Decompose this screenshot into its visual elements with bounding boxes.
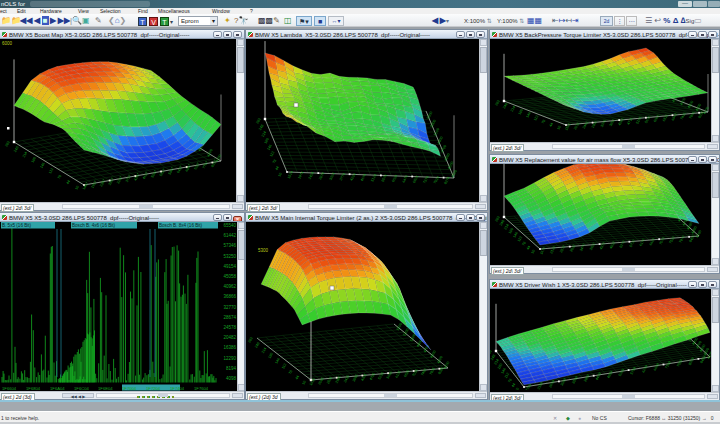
svg-text:44: 44 (66, 180, 71, 185)
svg-text:Bosch B. 8x4 (16 Bit): Bosch B. 8x4 (16 Bit) (159, 223, 203, 228)
svg-text:112: 112 (504, 372, 510, 379)
svg-text:5722: 5722 (629, 239, 636, 248)
svg-text:7972: 7972 (678, 235, 685, 244)
svg-text:4100: 4100 (443, 361, 450, 370)
svg-text:1F7004: 1F7004 (122, 386, 137, 391)
svg-text:4100: 4100 (695, 230, 702, 239)
svg-text:3022: 3022 (569, 244, 576, 253)
svg-text:6061: 6061 (653, 114, 660, 123)
svg-text:78: 78 (288, 370, 293, 375)
svg-text:10: 10 (277, 172, 282, 177)
svg-text:3287: 3287 (116, 176, 123, 185)
svg-text:248: 248 (13, 146, 19, 153)
svg-text:4300: 4300 (436, 355, 443, 364)
svg-text:4100: 4100 (702, 106, 709, 115)
svg-text:282: 282 (255, 117, 261, 124)
svg-text:44: 44 (275, 165, 280, 170)
svg-text:7035: 7035 (412, 368, 419, 377)
svg-text:1937: 1937 (90, 180, 97, 189)
svg-text:3361: 3361 (600, 119, 607, 128)
svg-text:214: 214 (22, 151, 28, 158)
svg-text:7861: 7861 (688, 111, 695, 120)
svg-text:248: 248 (254, 341, 260, 348)
svg-text:3885: 3885 (352, 374, 359, 383)
svg-text:6961: 6961 (671, 112, 678, 121)
svg-text:4372: 4372 (599, 241, 606, 250)
svg-text:78: 78 (272, 159, 277, 164)
svg-text:1F6E04: 1F6E04 (98, 386, 113, 391)
svg-text:44: 44 (295, 375, 300, 380)
svg-text:7522: 7522 (668, 236, 675, 245)
svg-text:6887: 6887 (185, 164, 192, 173)
svg-text:1672: 1672 (539, 246, 546, 255)
svg-text:4500: 4500 (444, 153, 451, 162)
svg-text:5272: 5272 (619, 240, 626, 249)
svg-text:3472: 3472 (579, 243, 586, 252)
svg-text:248: 248 (502, 102, 508, 109)
svg-text:1635: 1635 (309, 377, 316, 386)
svg-text:3435: 3435 (343, 374, 350, 383)
svg-text:248: 248 (258, 124, 264, 131)
svg-text:282: 282 (4, 140, 10, 147)
svg-text:78: 78 (57, 174, 62, 179)
svg-text:282: 282 (247, 336, 253, 343)
svg-text:5611: 5611 (644, 115, 651, 124)
svg-text:1F7204: 1F7204 (146, 386, 161, 391)
svg-text:5100: 5100 (433, 127, 440, 136)
svg-text:Bosch B. 4x6 (16 Bit): Bosch B. 4x6 (16 Bit) (72, 223, 116, 228)
svg-text:78: 78 (541, 119, 546, 124)
svg-text:2911: 2911 (591, 120, 598, 129)
svg-text:5537: 5537 (159, 168, 166, 177)
svg-text:4335: 4335 (360, 373, 367, 382)
svg-text:146: 146 (266, 144, 272, 151)
svg-text:10: 10 (556, 125, 561, 130)
svg-text:2159: 2159 (537, 381, 544, 390)
svg-text:1F7404: 1F7404 (170, 386, 185, 391)
svg-text:5300: 5300 (402, 328, 409, 337)
svg-text:2837: 2837 (108, 177, 115, 186)
svg-text:2387: 2387 (99, 179, 106, 188)
svg-text:10: 10 (530, 249, 535, 254)
svg-text:7337: 7337 (193, 162, 200, 171)
svg-text:8422: 8422 (688, 234, 695, 243)
svg-text:4900: 4900 (437, 136, 444, 145)
svg-text:6135: 6135 (395, 370, 402, 379)
svg-text:146: 146 (525, 111, 531, 118)
svg-text:112: 112 (533, 115, 539, 122)
svg-text:7485: 7485 (420, 368, 427, 377)
svg-text:6437: 6437 (176, 165, 183, 174)
svg-text:112: 112 (269, 151, 275, 158)
svg-text:214: 214 (261, 130, 267, 137)
svg-text:2535: 2535 (326, 376, 333, 385)
svg-text:4822: 4822 (609, 241, 616, 250)
svg-text:6511: 6511 (662, 114, 669, 123)
svg-text:5987: 5987 (168, 167, 175, 176)
svg-text:4300: 4300 (447, 161, 454, 170)
svg-text:1F6C04: 1F6C04 (74, 386, 90, 391)
svg-text:78: 78 (521, 241, 526, 246)
svg-text:6000: 6000 (2, 41, 13, 46)
svg-text:3811: 3811 (609, 118, 616, 127)
svg-text:1F6A04: 1F6A04 (50, 386, 65, 391)
svg-text:112: 112 (281, 363, 287, 370)
svg-text:282: 282 (494, 99, 500, 106)
svg-text:180: 180 (31, 156, 37, 163)
svg-text:1487: 1487 (82, 182, 89, 191)
svg-text:10: 10 (301, 380, 306, 385)
svg-text:180: 180 (268, 352, 274, 359)
svg-text:4785: 4785 (369, 372, 376, 381)
svg-text:5500: 5500 (426, 111, 433, 120)
svg-text:4500: 4500 (429, 350, 436, 359)
svg-text:4700: 4700 (440, 144, 447, 153)
svg-text:B. 5x5 (16 Bit): B. 5x5 (16 Bit) (2, 223, 32, 228)
svg-text:3922: 3922 (589, 242, 596, 251)
svg-text:5500: 5500 (396, 322, 403, 331)
svg-text:1561: 1561 (564, 122, 571, 131)
svg-text:10: 10 (74, 185, 79, 190)
svg-text:2572: 2572 (559, 245, 566, 254)
svg-text:5685: 5685 (386, 371, 393, 380)
svg-text:1F6804: 1F6804 (26, 386, 41, 391)
svg-text:7787: 7787 (202, 161, 209, 170)
svg-text:5087: 5087 (150, 170, 157, 179)
svg-text:6622: 6622 (649, 237, 656, 246)
